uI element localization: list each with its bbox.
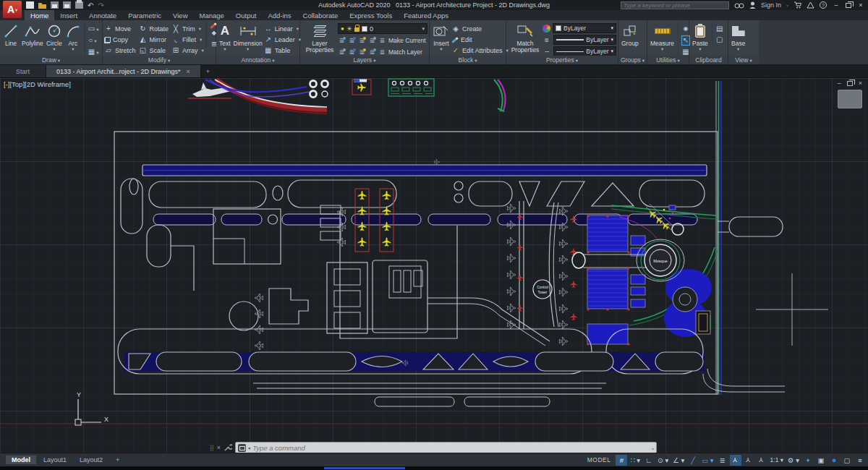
clean-screen[interactable]: ● — [828, 455, 840, 466]
make-current-button[interactable]: ≣ ≣ ≣ ≣ ≣ Make Current — [338, 35, 427, 46]
keyword-search-input[interactable] — [621, 1, 729, 9]
layer-tool-icon[interactable]: ≣ — [358, 37, 366, 45]
layer-tool-icon[interactable]: ≣ — [368, 48, 376, 56]
redo-icon[interactable]: ↷ — [98, 1, 103, 9]
snap-toggle[interactable]: ∷ ▾ — [629, 455, 641, 466]
dock-close-icon[interactable]: × — [217, 444, 221, 451]
store-cart-icon[interactable] — [793, 1, 801, 9]
insert-button[interactable]: Insert ▾ — [431, 22, 451, 51]
doc-restore-button[interactable] — [847, 81, 853, 86]
layer-on-bulb-icon[interactable]: ● — [341, 25, 344, 32]
tab-featured-apps[interactable]: Featured Apps — [398, 10, 454, 20]
open-file-icon[interactable] — [38, 1, 46, 9]
layer-tool-icon[interactable]: ≣ — [338, 48, 346, 56]
layout1-tab[interactable]: Layout1 — [38, 456, 72, 464]
new-tab-button[interactable]: + — [201, 65, 215, 77]
dock-grip-icon[interactable]: ⣿ — [210, 445, 214, 451]
caret-down-icon[interactable]: ▾ — [610, 37, 613, 43]
tab-express-tools[interactable]: Express Tools — [344, 10, 398, 20]
layer-tool-icon[interactable]: ≣ — [358, 48, 366, 56]
measure-button[interactable]: Measure ▾ — [649, 22, 676, 51]
layer-tool-icon[interactable]: ≣ — [338, 37, 346, 45]
hardware-acceleration[interactable]: ▢ — [841, 455, 853, 466]
model-space-label[interactable]: MODEL — [587, 456, 611, 463]
doc-close-button[interactable]: × — [859, 80, 862, 87]
tab-collaborate[interactable]: Collaborate — [297, 10, 344, 20]
autocad-logo[interactable]: A▾ — [3, 1, 22, 18]
tab-output[interactable]: Output — [230, 10, 263, 20]
edit-attributes-button[interactable]: ✓Edit Attributes — [451, 46, 509, 56]
customize-menu[interactable]: ≡ — [854, 455, 866, 466]
tab-insert[interactable]: Insert — [54, 10, 83, 20]
minimize-button[interactable]: – — [832, 1, 841, 9]
expand-history-icon[interactable]: ▴ — [652, 445, 654, 450]
sign-in-caret-icon[interactable]: ▾ — [786, 3, 788, 8]
layer-lock-icon[interactable] — [354, 27, 359, 32]
leader-button[interactable]: ↗Leader — [264, 35, 301, 45]
close-button[interactable]: × — [856, 1, 865, 9]
customize-wrench-icon[interactable] — [224, 443, 232, 452]
cut-clip-icon[interactable]: ▢ — [715, 35, 724, 44]
tab-manage[interactable]: Manage — [194, 10, 230, 20]
sign-in-button[interactable]: Sign In — [761, 1, 781, 9]
tab-addins[interactable]: Add-ins — [262, 10, 297, 20]
fillet-button[interactable]: ◟Fillet — [171, 35, 204, 45]
annotation-monitor[interactable]: + — [802, 455, 814, 466]
new-file-icon[interactable] — [26, 1, 34, 9]
mirror-button[interactable]: ◭Mirror — [139, 35, 169, 45]
plot-icon[interactable] — [75, 1, 83, 9]
layer-tool-icon[interactable]: ≣ — [348, 37, 356, 45]
layer-freeze-sun-icon[interactable]: ☀ — [346, 25, 352, 33]
caret-down-icon[interactable]: ▾ — [248, 445, 250, 450]
caret-down-icon[interactable]: ▾ — [422, 26, 425, 32]
linetype-dropdown[interactable]: ByLayer ▾ — [553, 46, 616, 56]
search-binoculars-icon[interactable] — [734, 2, 744, 9]
isodraft-toggle[interactable]: ∠ ▾ — [671, 455, 686, 466]
rotate-button[interactable]: ↻Rotate — [139, 24, 169, 34]
annotation-visibility-toggle[interactable]: Y — [730, 455, 741, 466]
layer-tool-icon[interactable]: ≣ — [368, 37, 376, 45]
viewport-controls[interactable]: [-][Top][2D Wireframe] — [4, 80, 71, 88]
isolate-objects[interactable]: ▣ — [815, 455, 827, 466]
copy-button[interactable]: Copy — [104, 35, 136, 45]
layer-dropdown[interactable]: ● ☀ 0 ▾ — [338, 23, 427, 34]
layer-properties-button[interactable]: Layer Properties — [302, 22, 338, 55]
start-tab[interactable]: Start — [0, 65, 46, 77]
properties-panel-label[interactable]: Properties — [506, 56, 618, 64]
command-bar[interactable]: ▾ ▴ — [235, 442, 657, 453]
groups-panel-label[interactable]: Groups — [618, 56, 647, 64]
layers-panel-label[interactable]: Layers — [300, 56, 429, 64]
tab-parametric[interactable]: Parametric — [122, 10, 167, 20]
clipboard-panel-label[interactable]: Clipboard — [689, 56, 728, 64]
command-input[interactable] — [252, 444, 650, 452]
lineweight-toggle[interactable]: ╱ — [687, 455, 699, 466]
circle-button[interactable]: Circle ▾ — [45, 22, 64, 57]
caret-down-icon[interactable]: ▾ — [610, 48, 613, 54]
model-tab[interactable]: Model — [6, 456, 36, 464]
utilities-panel-label[interactable]: Utilities — [647, 56, 689, 64]
layer-color-swatch[interactable] — [362, 26, 367, 32]
annotation-scale-value[interactable]: 1:1 ▾ — [769, 455, 785, 466]
grid-toggle[interactable]: # — [616, 455, 627, 466]
block-panel-label[interactable]: Block — [430, 56, 506, 64]
array-button[interactable]: ⊞Array — [171, 46, 204, 56]
dimension-button[interactable]: Dimension ▾ — [232, 22, 264, 51]
arc-button[interactable]: Arc ▾ — [64, 22, 82, 57]
help-icon[interactable]: ? — [820, 1, 827, 9]
tab-home[interactable]: Home — [25, 10, 54, 20]
draw-panel-label[interactable]: Draw — [0, 56, 102, 64]
viewcube[interactable] — [838, 90, 862, 108]
close-tab-icon[interactable]: × — [187, 68, 190, 75]
match-properties-button[interactable]: Match Properties — [508, 22, 542, 55]
workspace-switching[interactable]: ⚙ ▾ — [786, 455, 801, 466]
view-panel-label[interactable]: View — [728, 56, 759, 64]
paste-button[interactable]: Paste ▾ — [691, 22, 710, 51]
copy-clip-icon[interactable]: ▤ — [715, 25, 724, 33]
move-button[interactable]: +Move — [104, 24, 136, 34]
tab-annotate[interactable]: Annotate — [83, 10, 122, 20]
document-tab[interactable]: 0133 - Airport Archit...roject - 2D Draw… — [46, 65, 201, 77]
polyline-button[interactable]: Polyline — [20, 22, 45, 57]
create-block-button[interactable]: ◈Create — [451, 24, 509, 34]
annotation-scale-toggle[interactable]: Y — [756, 455, 767, 466]
ellipse-icon[interactable]: ○ — [88, 36, 97, 46]
